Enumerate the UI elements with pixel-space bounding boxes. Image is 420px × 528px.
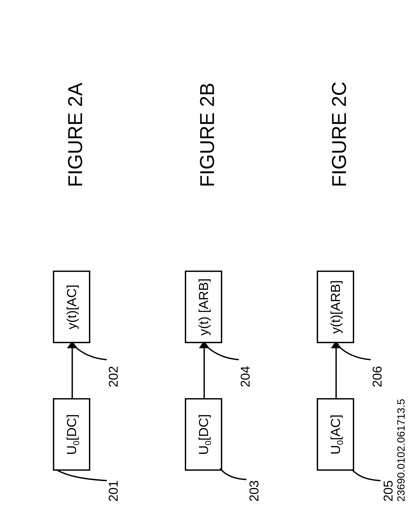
figure-2a-left-text: U0[DC] (64, 414, 79, 455)
figure-2c-left-suffix: [AC] (328, 415, 343, 440)
figure-2b-row: U0[DC] y(t) [ARB] 203 204 FIGURE 2B (158, 27, 268, 502)
figure-2a-left-suffix: [DC] (64, 414, 79, 441)
figure-2c-arrow-line (335, 348, 337, 398)
figure-2a-title: FIGURE 2A (64, 83, 86, 187)
figure-2a-arrow-line (72, 348, 73, 398)
figure-2a-right-text: y(t)[AC] (64, 285, 79, 329)
figure-2c-right-text: y(t)[ARB] (328, 280, 343, 334)
figure-2c-left-box: U0[AC] (317, 398, 354, 471)
figure-2c-ref-left: 205 (380, 480, 395, 502)
figure-2c-left-sub: 0 (335, 440, 345, 445)
figure-2b-left-leader-curve (220, 463, 246, 481)
figure-2b-diagram: U0[DC] y(t) [ARB] 203 204 (158, 260, 268, 502)
figure-2b-left-text: U0[DC] (196, 414, 211, 455)
figure-2b-left-sub: 0 (203, 441, 213, 445)
figure-2a-row: U0[DC] y(t)[AC] 201 202 FIGURE 2A (26, 27, 136, 502)
figure-2c-title: FIGURE 2C (328, 82, 350, 187)
figure-2c-left-prefix: U (328, 445, 343, 455)
figure-2a-left-box: U0[DC] (53, 398, 90, 471)
figure-2c-left-leader-curve (352, 463, 380, 482)
figure-2b-left-box: U0[DC] (185, 398, 222, 471)
figure-2c-row: U0[AC] y(t)[ARB] 205 206 FIGURE 2C (290, 27, 400, 502)
figure-2b-left-prefix: U (196, 445, 211, 455)
figure-2a-diagram: U0[DC] y(t)[AC] 201 202 (26, 260, 136, 502)
figure-2c-ref-right: 206 (369, 366, 384, 387)
footer-code: 23690.0102.061713.5 (395, 399, 407, 502)
figure-2a-left-sub: 0 (71, 441, 81, 445)
figure-2a-ref-right: 202 (106, 366, 120, 387)
figure-2b-arrow-line (204, 348, 205, 398)
figure-2b-right-box: y(t) [ARB] (185, 271, 222, 343)
figure-2a-right-box: y(t)[AC] (53, 271, 90, 343)
figure-2c-left-text: U0[AC] (328, 415, 343, 455)
figure-2c-right-box: y(t)[ARB] (317, 271, 354, 343)
figure-2b-ref-left: 203 (246, 480, 261, 502)
figure-2b-right-leader-curve (206, 343, 239, 361)
figure-2b-title: FIGURE 2B (196, 83, 218, 187)
figure-2a-left-prefix: U (64, 445, 79, 455)
figure-2b-right-text: y(t) [ARB] (196, 278, 211, 336)
figure-2c-diagram: U0[AC] y(t)[ARB] 205 206 (290, 260, 400, 502)
page-rotated: U0[DC] y(t)[AC] 201 202 FIGURE 2A (0, 54, 420, 474)
figure-2a-right-leader-curve (74, 343, 107, 361)
content-area: U0[DC] y(t)[AC] 201 202 FIGURE 2A (0, 0, 420, 528)
figure-2c-right-leader-curve (337, 343, 371, 361)
figure-2b-ref-right: 204 (238, 366, 252, 387)
figure-2a-left-leader-curve (56, 464, 107, 482)
figure-2a-ref-left: 201 (106, 480, 120, 502)
figure-2b-left-suffix: [DC] (196, 414, 211, 441)
